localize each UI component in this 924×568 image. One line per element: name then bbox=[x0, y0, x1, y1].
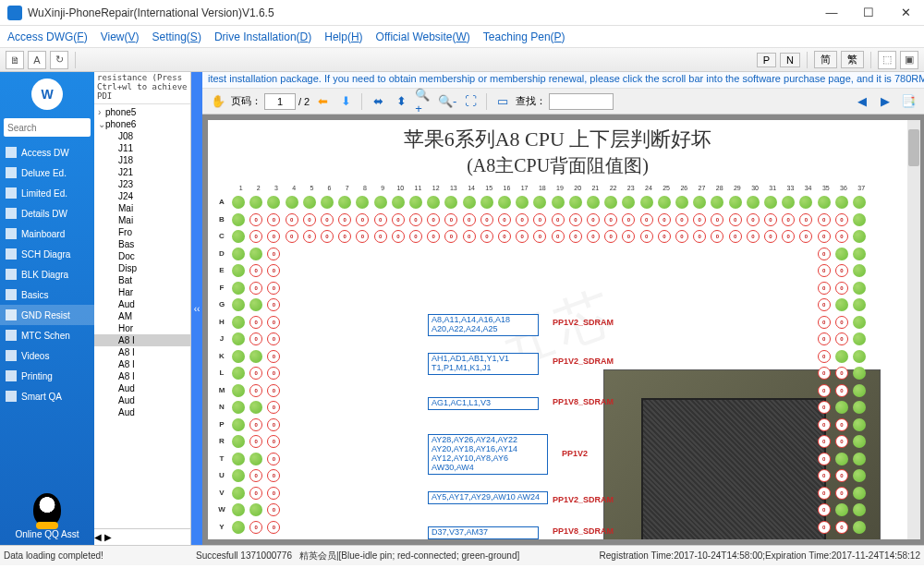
sidebar-item-access-dw[interactable]: Access DW bbox=[0, 142, 94, 163]
net-label: PP1V2_SDRAM bbox=[550, 357, 616, 368]
bga-ball: 0 bbox=[409, 230, 422, 243]
tree-node[interactable]: Bat bbox=[94, 274, 190, 286]
bga-ball bbox=[835, 503, 848, 516]
zoom-out-icon[interactable]: 🔍- bbox=[437, 91, 457, 112]
bga-ball: 0 bbox=[303, 213, 316, 226]
bga-ball bbox=[853, 298, 866, 311]
n-button[interactable]: N bbox=[780, 53, 800, 67]
tree-node[interactable]: Aud bbox=[94, 382, 190, 394]
bga-ball bbox=[604, 196, 617, 209]
fit-page-icon[interactable]: ⬍ bbox=[391, 91, 411, 112]
tree-node[interactable]: A8 I bbox=[94, 334, 190, 346]
viewer-search-input[interactable] bbox=[549, 93, 614, 110]
qq-assistant[interactable]: Online QQ Asst bbox=[0, 488, 94, 545]
bga-ball bbox=[232, 503, 245, 516]
tree-node[interactable]: Har bbox=[94, 286, 190, 298]
menu-item[interactable]: Official Website(W) bbox=[376, 30, 470, 43]
tool-icon[interactable]: ⬚ bbox=[878, 51, 896, 69]
sidebar-item-sch-diagra[interactable]: SCH Diagra bbox=[0, 244, 94, 264]
bga-ball: 0 bbox=[640, 230, 653, 243]
hand-tool-icon[interactable]: ✋ bbox=[208, 91, 228, 112]
bga-ball: 0 bbox=[835, 418, 848, 431]
next-page-icon[interactable]: ⬇ bbox=[335, 91, 356, 112]
tree-node[interactable]: A8 I bbox=[94, 370, 190, 382]
bga-ball: 0 bbox=[267, 367, 280, 380]
page-content: 苹果6系列A8 CPU 上下层判断好坏 (A8主CPU背面阻值图) 五芯 A8主… bbox=[208, 120, 907, 539]
sidebar-item-details-dw[interactable]: Details DW bbox=[0, 203, 94, 224]
zoom-area-icon[interactable]: ⛶ bbox=[460, 91, 480, 112]
tool-icon[interactable]: ↻ bbox=[50, 51, 68, 69]
bga-ball bbox=[853, 401, 866, 414]
tree-node[interactable]: J08 bbox=[94, 130, 190, 142]
tree-node[interactable]: J11 bbox=[94, 142, 190, 154]
menu-item[interactable]: Setting(S) bbox=[152, 30, 201, 43]
collapse-handle[interactable]: ‹‹ bbox=[191, 72, 202, 545]
sidebar-item-basics[interactable]: Basics bbox=[0, 284, 94, 305]
tree-node[interactable]: Aud bbox=[94, 298, 190, 310]
tool-icon[interactable]: A bbox=[28, 51, 46, 69]
sidebar-item-deluxe-ed-[interactable]: Deluxe Ed. bbox=[0, 163, 94, 183]
p-button[interactable]: P bbox=[757, 53, 776, 67]
tree-node[interactable]: J23 bbox=[94, 178, 190, 190]
tree-node[interactable]: phone5 bbox=[94, 106, 190, 118]
bga-ball bbox=[853, 248, 866, 260]
scrollbar[interactable] bbox=[907, 120, 920, 539]
menu-item[interactable]: Teaching Pen(P) bbox=[483, 30, 565, 43]
nav-prev-icon[interactable]: ◀ bbox=[852, 91, 872, 112]
nav-next-icon[interactable]: ▶ bbox=[875, 91, 895, 112]
sidebar-item-videos[interactable]: Videos bbox=[0, 345, 94, 366]
fullscreen-icon[interactable]: ▭ bbox=[492, 91, 513, 112]
page-input[interactable] bbox=[264, 93, 296, 110]
grid-icon bbox=[6, 187, 17, 199]
sidebar-item-limited-ed-[interactable]: Limited Ed. bbox=[0, 183, 94, 203]
tree-node[interactable]: A8 I bbox=[94, 358, 190, 370]
tree-node[interactable]: Aud bbox=[94, 394, 190, 406]
bga-ball bbox=[409, 196, 422, 209]
minimize-button[interactable]: — bbox=[813, 0, 850, 26]
tab-strip[interactable]: ◀ ▶ bbox=[94, 528, 190, 545]
status-left: Data loading completed! bbox=[4, 550, 188, 561]
tree-node[interactable]: Hor bbox=[94, 322, 190, 334]
tree-node[interactable]: phone6 bbox=[94, 118, 190, 130]
sidebar-item-printing[interactable]: Printing bbox=[0, 366, 94, 386]
menu-item[interactable]: Drive Installation(D) bbox=[214, 30, 311, 43]
tree-node[interactable]: J18 bbox=[94, 154, 190, 166]
sidebar-item-mtc-schen[interactable]: MTC Schen bbox=[0, 325, 94, 345]
bga-ball bbox=[799, 196, 812, 209]
tree-node[interactable]: Mai bbox=[94, 202, 190, 214]
menu-item[interactable]: Help(H) bbox=[324, 30, 362, 43]
tree-node[interactable]: Bas bbox=[94, 238, 190, 250]
close-button[interactable]: ✕ bbox=[887, 0, 924, 26]
tree-node[interactable]: Disp bbox=[94, 262, 190, 274]
tool-icon[interactable]: ▣ bbox=[900, 51, 918, 69]
tree-node[interactable]: Doc bbox=[94, 250, 190, 262]
tree-node[interactable]: J21 bbox=[94, 166, 190, 178]
bga-ball: 0 bbox=[552, 213, 565, 226]
traditional-button[interactable]: 繁 bbox=[841, 51, 864, 68]
fit-width-icon[interactable]: ⬌ bbox=[368, 91, 388, 112]
bookmark-icon[interactable]: 📑 bbox=[898, 91, 918, 112]
sidebar-item-blk-diagra[interactable]: BLK Diagra bbox=[0, 264, 94, 284]
tree-node[interactable]: A8 I bbox=[94, 346, 190, 358]
tool-icon[interactable]: 🗎 bbox=[6, 51, 24, 69]
tree-node[interactable]: AM bbox=[94, 310, 190, 322]
maximize-button[interactable]: ☐ bbox=[850, 0, 887, 26]
bga-ball bbox=[374, 196, 387, 209]
tree-node[interactable]: Fro bbox=[94, 226, 190, 238]
tree-node[interactable]: Mai bbox=[94, 214, 190, 226]
document-area[interactable]: 苹果6系列A8 CPU 上下层判断好坏 (A8主CPU背面阻值图) 五芯 A8主… bbox=[202, 115, 924, 545]
prev-page-icon[interactable]: ⬅ bbox=[312, 91, 333, 112]
menu-item[interactable]: Access DWG(F) bbox=[7, 30, 88, 43]
search-input[interactable] bbox=[4, 118, 91, 137]
tree-node[interactable]: Aud bbox=[94, 406, 190, 418]
simplified-button[interactable]: 简 bbox=[814, 51, 837, 68]
sidebar-item-mainboard[interactable]: Mainboard bbox=[0, 224, 94, 244]
bga-ball: 0 bbox=[552, 230, 565, 243]
bga-ball bbox=[232, 213, 245, 226]
zoom-in-icon[interactable]: 🔍+ bbox=[414, 91, 434, 112]
tree-node[interactable]: J24 bbox=[94, 190, 190, 202]
menu-item[interactable]: View(V) bbox=[101, 30, 140, 43]
sidebar-item-gnd-resist[interactable]: GND Resist bbox=[0, 305, 94, 325]
bga-ball: 0 bbox=[356, 230, 369, 243]
sidebar-item-smart-qa[interactable]: Smart QA bbox=[0, 386, 94, 406]
